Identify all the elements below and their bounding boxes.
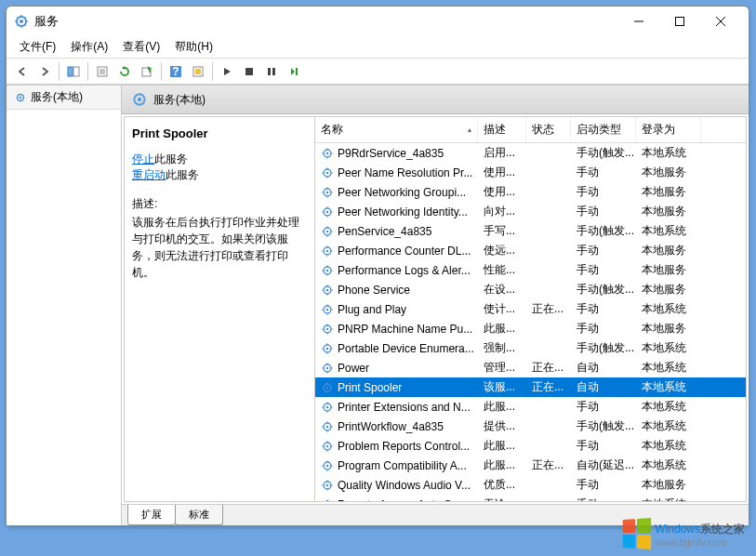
cell-desc: 无论... (478, 495, 526, 501)
cell-name: Quality Windows Audio V... (315, 477, 478, 494)
cell-startup: 手动 (571, 299, 636, 319)
back-button[interactable] (12, 61, 33, 82)
table-row[interactable]: Portable Device Enumera...强制...手动(触发...本… (315, 338, 746, 358)
menu-action[interactable]: 操作(A) (63, 36, 115, 58)
cell-startup: 自动 (571, 377, 636, 397)
minimize-button[interactable] (618, 7, 659, 35)
svg-point-33 (326, 210, 329, 213)
col-name[interactable]: 名称▴ (315, 117, 478, 142)
cell-status: 正在... (526, 377, 571, 397)
table-row[interactable]: Peer Name Resolution Pr...使用...手动本地服务 (315, 163, 746, 182)
cell-startup: 手动(触发... (571, 221, 636, 241)
export-button[interactable] (137, 61, 157, 82)
cell-status (526, 269, 571, 272)
gear-icon (321, 166, 334, 179)
list-view-header: 服务(本地) (122, 86, 749, 114)
content-area: 服务(本地) 服务(本地) Print Spooler 停止此服务 重启动此服务… (7, 85, 749, 525)
list-body[interactable]: P9RdrService_4a835启用...手动(触发...本地系统Peer … (315, 143, 746, 501)
services-list: 名称▴ 描述 状态 启动类型 登录为 P9RdrService_4a835启用.… (315, 117, 746, 501)
cell-name: Print Spooler (315, 379, 478, 396)
tree-root-label: 服务(本地) (31, 89, 83, 105)
stop-link[interactable]: 停止 (132, 152, 154, 165)
svg-rect-6 (68, 67, 73, 76)
stop-service-button[interactable] (239, 61, 259, 82)
restart-service-button[interactable] (284, 61, 304, 82)
cell-name: PNRP Machine Name Pu... (315, 321, 478, 338)
restart-link[interactable]: 重启动 (132, 168, 166, 181)
maximize-button[interactable] (659, 7, 700, 35)
tree-pane[interactable]: 服务(本地) (7, 86, 122, 525)
cell-desc: 使计... (478, 299, 526, 319)
gear-icon (321, 264, 334, 277)
description-label: 描述: (132, 196, 307, 212)
gear-icon (321, 401, 334, 414)
refresh-button[interactable] (114, 61, 135, 82)
start-service-button[interactable] (217, 61, 237, 82)
table-row[interactable]: Quality Windows Audio V...优质...手动本地服务 (315, 475, 746, 495)
help-button[interactable]: ? (166, 61, 186, 82)
forward-button[interactable] (34, 61, 55, 82)
svg-point-61 (326, 483, 329, 486)
cell-name: Peer Networking Identity... (315, 204, 478, 220)
right-pane: 服务(本地) Print Spooler 停止此服务 重启动此服务 描述: 该服… (122, 86, 749, 525)
svg-point-37 (326, 249, 329, 252)
table-row[interactable]: Printer Extensions and N...此服...手动本地系统 (315, 397, 746, 417)
table-row[interactable]: Performance Counter DL...使远...手动本地服务 (315, 241, 746, 260)
cell-status (526, 425, 571, 429)
cell-desc: 优质... (478, 475, 526, 495)
svg-point-51 (326, 386, 329, 389)
table-row[interactable]: Phone Service在设...手动(触发...本地服务 (315, 280, 746, 299)
tab-standard[interactable]: 标准 (175, 505, 223, 525)
svg-point-57 (326, 444, 329, 447)
tree-root-item[interactable]: 服务(本地) (7, 86, 121, 110)
cell-desc: 提供... (478, 417, 526, 436)
table-row[interactable]: P9RdrService_4a835启用...手动(触发...本地系统 (315, 143, 746, 163)
titlebar[interactable]: 服务 (7, 7, 749, 36)
show-hide-tree-button[interactable] (63, 61, 84, 82)
table-row[interactable]: Remote Access Auto Con...无论...手动本地系统 (315, 495, 746, 501)
cell-desc: 此服... (478, 436, 526, 456)
table-row[interactable]: Plug and Play使计...正在...手动本地系统 (315, 299, 746, 319)
cell-status (526, 405, 571, 409)
table-row[interactable]: Print Spooler该服...正在...自动本地系统 (315, 377, 746, 397)
svg-point-1 (20, 20, 23, 23)
col-logon[interactable]: 登录为 (636, 117, 701, 142)
table-row[interactable]: PNRP Machine Name Pu...此服...手动本地服务 (315, 319, 746, 338)
table-row[interactable]: Power管理...正在...自动本地系统 (315, 358, 746, 377)
pause-service-button[interactable] (261, 61, 282, 82)
cell-status: 正在... (526, 358, 571, 377)
cell-name: Peer Networking Groupi... (315, 184, 478, 201)
table-row[interactable]: Performance Logs & Aler...性能...手动本地服务 (315, 260, 746, 280)
menu-help[interactable]: 帮助(H) (167, 36, 220, 58)
col-status[interactable]: 状态 (526, 117, 571, 142)
cell-startup: 手动 (571, 260, 636, 280)
gear-icon (321, 303, 334, 316)
cell-logon: 本地服务 (636, 280, 701, 299)
properties-button[interactable] (92, 61, 113, 82)
menu-view[interactable]: 查看(V) (115, 36, 167, 58)
right-body: Print Spooler 停止此服务 重启动此服务 描述: 该服务在后台执行打… (124, 116, 747, 502)
table-row[interactable]: Peer Networking Groupi...使用...手动本地服务 (315, 182, 746, 202)
toolbar-extra-button[interactable] (188, 61, 208, 82)
cell-logon: 本地系统 (636, 377, 701, 397)
col-startup[interactable]: 启动类型 (571, 117, 636, 142)
tab-extended[interactable]: 扩展 (127, 505, 176, 525)
cell-status: 正在... (526, 299, 571, 319)
table-row[interactable]: Peer Networking Identity...向对...手动本地服务 (315, 202, 746, 221)
cell-status (526, 327, 571, 331)
table-row[interactable]: PrintWorkflow_4a835提供...手动(触发...本地系统 (315, 417, 746, 436)
cell-logon: 本地系统 (636, 338, 701, 358)
table-row[interactable]: Problem Reports Control...此服...手动本地系统 (315, 436, 746, 456)
table-row[interactable]: PenService_4a835手写...手动(触发...本地系统 (315, 221, 746, 241)
svg-point-29 (326, 171, 329, 174)
close-button[interactable] (700, 7, 741, 35)
col-description[interactable]: 描述 (478, 117, 526, 142)
cell-logon: 本地系统 (636, 397, 701, 417)
cell-name: P9RdrService_4a835 (315, 145, 478, 162)
table-row[interactable]: Program Compatibility A...此服...正在...自动(延… (315, 456, 746, 475)
cell-status: 正在... (526, 456, 571, 475)
cell-desc: 向对... (478, 202, 526, 221)
cell-desc: 强制... (478, 338, 526, 358)
menu-file[interactable]: 文件(F) (12, 36, 63, 58)
gear-icon (321, 245, 334, 258)
